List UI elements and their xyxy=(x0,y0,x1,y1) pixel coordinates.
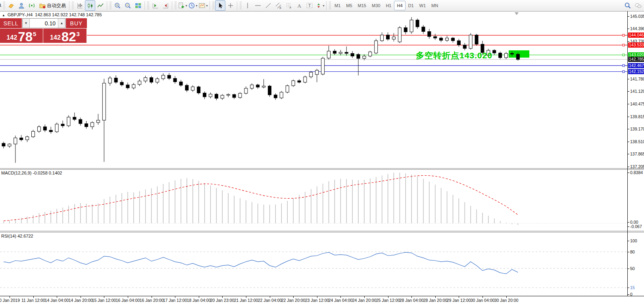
toolbar-grip[interactable] xyxy=(175,2,177,10)
chart-shift-marker-icon[interactable] xyxy=(515,12,519,15)
tab-timeframe-M15[interactable]: M15 xyxy=(355,1,369,10)
price-tick-label: 144.390 xyxy=(630,26,644,31)
macd-indicator-panel[interactable] xyxy=(0,170,627,231)
sell-price[interactable]: 142 78 5 xyxy=(0,29,43,43)
buy-button[interactable]: BUY xyxy=(66,18,87,28)
toolbar-grip[interactable] xyxy=(212,2,214,10)
bar-chart-button[interactable] xyxy=(75,0,85,11)
price-tick-label: 139.170 xyxy=(630,127,644,131)
date-label: 30 Jan 20:00 xyxy=(490,298,522,303)
toolbar-grip[interactable] xyxy=(240,2,242,10)
auto-scroll-button[interactable] xyxy=(150,0,160,11)
toolbar-grip[interactable] xyxy=(3,2,5,10)
zoom-in-button[interactable] xyxy=(112,0,123,11)
zoomin-icon xyxy=(114,2,121,9)
tile-windows-button[interactable] xyxy=(133,0,143,11)
trendline-button[interactable] xyxy=(263,0,273,11)
channel-button[interactable]: E xyxy=(273,0,284,11)
toolbar-grip[interactable] xyxy=(72,2,74,10)
price-tick-label: 15 xyxy=(630,285,644,290)
textA-icon: A xyxy=(296,2,303,9)
zoom-out-button[interactable] xyxy=(123,0,133,11)
symbol-name: GBPJPY-,H4 xyxy=(8,12,33,17)
volume-increase-button[interactable]: ▲ xyxy=(58,19,65,28)
price-tick-label: 137.205 xyxy=(630,164,644,169)
buy-price[interactable]: 142 82 3 xyxy=(43,29,87,43)
bars-icon xyxy=(76,2,83,9)
mt4-terminal-window: 单自动交易▾▾▾EFAT▾M1M5M15M30H1H4D1W1MN 145.03… xyxy=(0,0,644,307)
axis-tick xyxy=(627,129,629,129)
panel-divider[interactable] xyxy=(0,231,644,232)
level-price-badge: 142.152 xyxy=(628,69,644,74)
tab-timeframe-W1[interactable]: W1 xyxy=(417,1,429,10)
cursor-button[interactable] xyxy=(215,0,225,11)
clipped-toolbar-label: 单 xyxy=(0,2,2,9)
fibonacci-button[interactable]: F xyxy=(284,0,294,11)
symbol-marker-icon: ▲ xyxy=(2,13,5,17)
tab-timeframe-H4[interactable]: H4 xyxy=(394,1,405,10)
one-click-trading-panel: SELL ▼ 0.10 ▲ BUY 142 78 5 142 82 3 xyxy=(0,18,87,43)
text-label-button[interactable]: T xyxy=(304,0,315,11)
tab-timeframe-M30[interactable]: M30 xyxy=(369,1,383,10)
rsi-label: RSI(14) 42.6722 xyxy=(1,234,33,238)
tab-timeframe-H1[interactable]: H1 xyxy=(383,1,394,10)
vertical-line-button[interactable] xyxy=(242,0,253,11)
symbol-quotes: 142.863 142.922 142.748 142.785 xyxy=(35,12,102,17)
main-price-chart[interactable] xyxy=(0,11,627,169)
toolbar-grip[interactable] xyxy=(147,2,149,10)
panel-divider[interactable] xyxy=(0,168,644,170)
chat-button[interactable] xyxy=(633,0,643,11)
periods-button[interactable]: ▾ xyxy=(188,0,198,11)
toolbar-grip[interactable] xyxy=(110,2,111,10)
indicators-icon xyxy=(178,2,185,9)
templates-button[interactable]: ▾ xyxy=(198,0,208,11)
tab-timeframe-MN[interactable]: MN xyxy=(429,1,441,10)
chart-shift-button[interactable] xyxy=(160,0,171,11)
level-price-badge: 142.467 xyxy=(628,63,644,68)
channel-icon: E xyxy=(275,2,282,9)
mag-icon xyxy=(624,2,631,9)
line-chart-button[interactable] xyxy=(95,0,106,11)
toolbar-separator xyxy=(237,1,237,10)
horizontal-line-button[interactable] xyxy=(253,0,263,11)
axis-tick xyxy=(627,269,629,269)
signals-button[interactable] xyxy=(27,0,37,11)
clock-icon xyxy=(188,2,195,9)
axis-tick xyxy=(627,79,629,79)
toolbar-separator xyxy=(107,1,107,10)
toolbar-grip[interactable] xyxy=(329,2,331,10)
price-tick-label: 139.815 xyxy=(630,114,644,119)
tab-timeframe-D1[interactable]: D1 xyxy=(406,1,417,10)
cross-icon xyxy=(227,2,234,9)
toolbar-separator xyxy=(144,1,145,10)
axis-tick xyxy=(627,41,629,42)
profile-button[interactable] xyxy=(16,0,27,11)
linechart-icon xyxy=(97,2,104,9)
svg-text:A: A xyxy=(298,3,302,9)
axis-tick xyxy=(627,91,629,92)
search-button[interactable] xyxy=(623,0,633,11)
axis-tick xyxy=(627,117,629,117)
volume-decrease-button[interactable]: ▼ xyxy=(23,19,30,28)
arrows-button[interactable]: ▾ xyxy=(315,0,325,11)
volume-input[interactable]: 0.10 xyxy=(30,19,58,28)
svg-text:E: E xyxy=(280,6,282,9)
template-icon xyxy=(198,2,206,9)
price-tick-label: 145.035 xyxy=(630,14,644,19)
text-button[interactable]: A xyxy=(294,0,304,11)
time-axis xyxy=(0,296,644,296)
tab-timeframe-M5[interactable]: M5 xyxy=(343,1,355,10)
market-watch-button[interactable] xyxy=(6,0,16,11)
tile-icon xyxy=(135,2,142,9)
price-tick-label: 137.865 xyxy=(630,152,644,156)
indicators-button[interactable]: ▾ xyxy=(177,0,188,11)
autotrade-button[interactable]: 自动交易 xyxy=(37,0,68,11)
tab-timeframe-M1[interactable]: M1 xyxy=(332,1,343,10)
crosshair-button[interactable] xyxy=(225,0,236,11)
person-icon xyxy=(18,2,25,9)
rsi-indicator-panel[interactable] xyxy=(0,233,627,296)
candles-icon xyxy=(87,2,94,9)
candlestick-chart-button[interactable] xyxy=(85,0,95,11)
sell-button[interactable]: SELL xyxy=(0,18,22,28)
price-tick-label: 80 xyxy=(630,249,644,254)
